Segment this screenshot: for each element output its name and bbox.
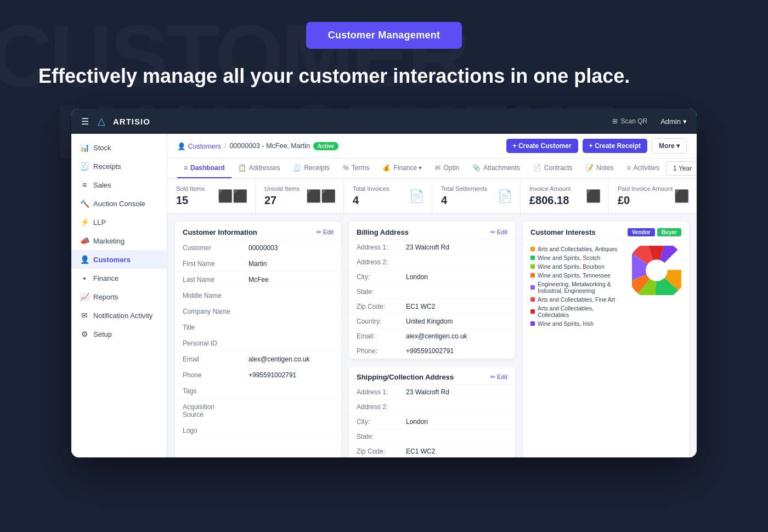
- tab-optin[interactable]: ✉ Optin: [428, 159, 466, 178]
- list-item: Address 2:: [349, 255, 515, 270]
- table-row: Email alex@centigen.co.uk: [175, 352, 341, 367]
- admin-menu[interactable]: Admin ▾: [660, 117, 687, 126]
- sidebar-item-llp[interactable]: ⚡ LLP: [71, 213, 167, 231]
- chevron-down-icon: ▾: [683, 117, 687, 126]
- table-row: Personal ID: [175, 336, 341, 352]
- customer-info-edit[interactable]: ✏ Edit: [317, 229, 334, 236]
- list-item: Address 1: 23 Walcroft Rd: [349, 385, 515, 400]
- table-row: Customer 00000003: [175, 240, 341, 256]
- create-customer-button[interactable]: + Create Customer: [506, 139, 578, 153]
- tab-addresses[interactable]: 📋 Addresses: [231, 159, 287, 178]
- receipts-icon: 🧾: [80, 162, 89, 171]
- shipping-address-card: Shipping/Collection Address ✏ Edit Addre…: [349, 366, 515, 457]
- list-item: City: London: [349, 270, 515, 285]
- list-item: Arts and Collectables, Collectables: [530, 305, 624, 318]
- tab-terms[interactable]: % Terms: [336, 159, 376, 178]
- sidebar-item-reports[interactable]: 📈 Reports: [71, 287, 167, 306]
- table-row: Company Name: [175, 304, 341, 320]
- table-row: Last Name McFee: [175, 272, 341, 288]
- customers-icon: 👤: [80, 255, 89, 264]
- hamburger-icon[interactable]: ☰: [81, 116, 89, 127]
- tab-dashboard[interactable]: ≡ Dashboard: [177, 159, 231, 178]
- sidebar-item-label: Reports: [93, 293, 118, 301]
- sidebar-item-notifications[interactable]: ✉ Notification Activity: [71, 306, 167, 325]
- breadcrumb-separator: /: [224, 142, 226, 150]
- tabs: ≡ Dashboard 📋 Addresses 🧾 Receipts %: [177, 159, 666, 178]
- sidebar-item-sales[interactable]: ≡ Sales: [71, 176, 167, 194]
- chart-container: Arts and Collectables, Antiques Wine and…: [523, 240, 689, 335]
- tab-finance[interactable]: 💰 Finance ▾: [376, 159, 428, 178]
- tab-attachments[interactable]: 📎 Attachments: [466, 159, 527, 178]
- tab-notes[interactable]: 📝 Notes: [579, 159, 620, 178]
- sidebar-item-auction[interactable]: 🔨 Auction Console: [71, 194, 167, 213]
- breadcrumb-parent[interactable]: 👤 Customers: [177, 142, 221, 150]
- hero-heading: Effectively manage all your customer int…: [33, 64, 735, 88]
- table-row: First Name Martin: [175, 256, 341, 272]
- dashboard-tab-icon: ≡: [184, 164, 188, 172]
- sidebar-item-marketing[interactable]: 📣 Marketing: [71, 231, 167, 250]
- page-title-badge: Customer Management: [306, 22, 462, 49]
- interests-title: Customer Interests: [530, 228, 595, 236]
- interests-header: Customer Interests Vendor Buyer: [523, 222, 689, 240]
- qr-icon: ⊞: [612, 117, 618, 125]
- more-button[interactable]: More ▾: [652, 138, 687, 154]
- tab-activities[interactable]: ≡ Activities: [620, 159, 666, 178]
- sidebar-item-setup[interactable]: ⚙ Setup: [71, 325, 167, 343]
- stat-sold-items: Sold Items 15 ⬛⬛: [167, 179, 256, 213]
- sidebar-item-label: LLP: [93, 218, 106, 227]
- billing-edit[interactable]: ✏ Edit: [490, 229, 507, 236]
- breadcrumb-actions: + Create Customer + Create Receipt More …: [506, 138, 687, 154]
- legend-color: [530, 273, 535, 278]
- sold-items-icon: ⬛⬛: [218, 189, 247, 203]
- stock-icon: 📊: [80, 143, 89, 152]
- list-item: Arts and Collectables, Antiques: [530, 246, 624, 252]
- list-item: Address 1: 23 Walcroft Rd: [349, 240, 515, 255]
- nav-left: ☰ △ ARTISIO: [81, 115, 150, 127]
- customer-info-table: Customer 00000003 First Name Martin Last…: [175, 240, 341, 439]
- sidebar-item-label: Customers: [93, 256, 131, 264]
- sidebar-item-finance[interactable]: ▪ Finance: [71, 269, 167, 287]
- app-window: ☰ △ ARTISIO ⊞ Scan QR Admin ▾ 📊: [71, 109, 697, 457]
- list-item: Wine and Spirits, Scotch: [530, 254, 624, 261]
- list-item: Address 2:: [349, 400, 515, 415]
- tab-receipts[interactable]: 🧾 Receipts: [286, 159, 336, 178]
- content-grid: Customer Information ✏ Edit Customer 000…: [167, 214, 697, 457]
- addresses-tab-icon: 📋: [238, 164, 246, 172]
- legend-color: [530, 256, 535, 260]
- sidebar-item-receipts[interactable]: 🧾 Receipts: [71, 157, 167, 176]
- attachments-tab-icon: 📎: [472, 164, 481, 172]
- shipping-edit[interactable]: ✏ Edit: [490, 373, 507, 381]
- sidebar-item-stock[interactable]: 📊 Stock: [71, 138, 167, 157]
- table-row: Title: [175, 320, 341, 336]
- breadcrumb-bar: 👤 Customers / 00000003 - McFee, Martin A…: [167, 134, 697, 159]
- chart-legend: Arts and Collectables, Antiques Wine and…: [530, 246, 624, 329]
- list-item: Phone: +995591002791: [349, 344, 515, 359]
- total-invoices-icon: 📄: [409, 189, 424, 203]
- finance-tab-icon: 💰: [382, 164, 391, 172]
- customer-interests-card: Customer Interests Vendor Buyer Arts and…: [523, 222, 689, 457]
- pie-chart: [632, 246, 681, 295]
- year-select[interactable]: 1 Year 2 Years All Time: [666, 161, 697, 176]
- stats-row: Sold Items 15 ⬛⬛ Unsold Items 27 ⬛⬛ Tota…: [167, 179, 697, 214]
- total-settlements-icon: 📄: [498, 189, 512, 203]
- notifications-icon: ✉: [80, 311, 89, 320]
- sidebar-item-label: Notification Activity: [93, 312, 153, 320]
- year-select-wrap[interactable]: 1 Year 2 Years All Time: [666, 161, 697, 176]
- scan-qr-button[interactable]: ⊞ Scan QR: [608, 115, 652, 127]
- table-row: Logo: [175, 423, 341, 439]
- list-item: Wine and Spirits, Bourbon: [530, 263, 624, 270]
- list-item: City: London: [349, 415, 515, 429]
- sidebar-item-label: Finance: [93, 274, 118, 282]
- interests-badges: Vendor Buyer: [628, 228, 681, 236]
- table-row: Tags: [175, 383, 341, 399]
- tab-contracts[interactable]: 📄 Contracts: [527, 159, 579, 178]
- invoice-amount-icon: ⬛: [586, 189, 601, 203]
- billing-address-card: Billing Address ✏ Edit Address 1: 23 Wal…: [349, 222, 515, 359]
- breadcrumb-current: 00000003 - McFee, Martin: [229, 142, 310, 150]
- create-receipt-button[interactable]: + Create Receipt: [583, 139, 647, 153]
- logo-icon: △: [98, 115, 105, 127]
- sidebar-item-customers[interactable]: 👤 Customers: [71, 250, 167, 269]
- table-row: Acquisition Source: [175, 399, 341, 423]
- notes-tab-icon: 📝: [585, 164, 594, 172]
- stat-paid-invoice-amount: Paid Invoice Amount £0 ⬛: [609, 179, 697, 213]
